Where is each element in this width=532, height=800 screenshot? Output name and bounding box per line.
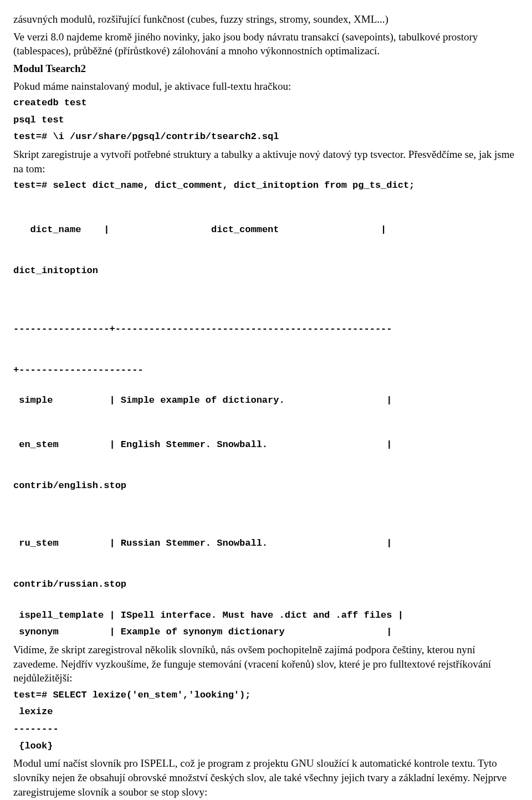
code-lexize-sep: --------: [13, 722, 519, 736]
code-lexize-result: {look}: [13, 740, 519, 753]
code-row-synonym: synonym | Example of synonym dictionary …: [13, 625, 519, 639]
paragraph-activation: Pokud máme nainstalovaný modul, je aktiv…: [13, 79, 519, 94]
code-ru-stem-line1: ru_stem | Russian Stemmer. Snowball. |: [13, 537, 519, 551]
paragraph-ispell: Modul umí načíst slovník pro ISPELL, což…: [13, 756, 519, 799]
heading-modul-tsearch2: Modul Tsearch2: [13, 61, 519, 76]
code-createdb: createdb test: [13, 96, 519, 110]
code-sep-line2: +----------------------: [13, 363, 519, 377]
code-psql: psql test: [13, 114, 519, 127]
code-select-lexize: test=# SELECT lexize('en_stem','looking'…: [13, 689, 519, 702]
code-ru-stem-line2: contrib/russian.stop: [13, 578, 519, 592]
code-lexize-header: lexize: [13, 705, 519, 719]
paragraph-intro-2: Ve verzi 8.0 najdeme kromě jiného novink…: [13, 30, 519, 58]
paragraph-intro-1: zásuvných modulů, rozšiřující funkčnost …: [13, 12, 519, 27]
code-header-line1: dict_name | dict_comment |: [13, 223, 519, 237]
code-en-stem-line2: contrib/english.stop: [13, 479, 519, 493]
paragraph-script-register: Skript zaregistruje a vytvoří potřebné s…: [13, 147, 519, 176]
paragraph-dictionaries: Vidíme, že skript zaregistroval několik …: [13, 643, 519, 685]
code-header-line2: dict_initoption: [13, 264, 519, 278]
code-row-ispell: ispell_template | ISpell interface. Must…: [13, 609, 519, 623]
code-sep-line1: -----------------+----------------------…: [13, 322, 519, 336]
code-row-simple: simple | Simple example of dictionary. |: [13, 394, 519, 408]
code-select-dict: test=# select dict_name, dict_comment, d…: [13, 179, 519, 193]
code-include-sql: test=# \i /usr/share/pgsql/contrib/tsear…: [13, 130, 519, 144]
code-en-stem-line1: en_stem | English Stemmer. Snowball. |: [13, 438, 519, 452]
code-separator: -----------------+----------------------…: [13, 295, 519, 391]
code-row-ru-stem: ru_stem | Russian Stemmer. Snowball. | c…: [13, 510, 519, 605]
code-row-en-stem: en_stem | English Stemmer. Snowball. | c…: [13, 411, 519, 506]
code-header-row: dict_name | dict_comment | dict_initopti…: [13, 196, 519, 291]
